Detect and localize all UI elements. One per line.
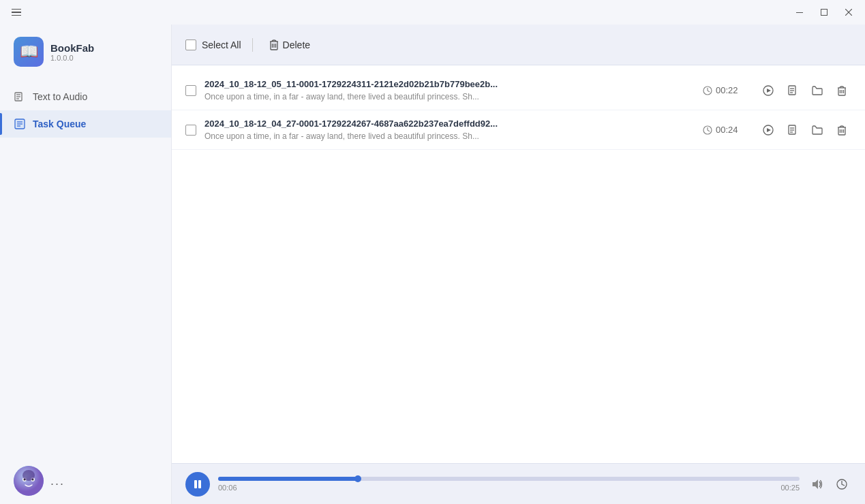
item-1-subtitle: Once upon a time, in a far - away land, …: [204, 92, 695, 101]
clock-icon: [836, 478, 848, 490]
current-time: 00:06: [218, 484, 237, 492]
app-version: 1.0.0.0: [50, 54, 94, 62]
player-controls-right: [808, 475, 851, 494]
item-2-folder-button[interactable]: [808, 121, 827, 140]
window-controls: [789, 3, 860, 22]
progress-fill: [218, 477, 358, 481]
item-1-delete-button[interactable]: [832, 81, 851, 100]
hamburger-icon: [12, 9, 21, 16]
total-time: 00:25: [780, 484, 800, 492]
item-2-subtitle: Once upon a time, in a far - away land, …: [204, 131, 695, 141]
item-1-text-button[interactable]: [783, 81, 802, 100]
svg-rect-41: [194, 480, 197, 488]
svg-marker-33: [767, 128, 771, 132]
svg-point-17: [22, 470, 35, 481]
sidebar: 📖 BookFab 1.0.0.0 Text to Audio: [0, 25, 172, 504]
svg-rect-0: [796, 12, 803, 13]
text-to-audio-icon: [14, 91, 26, 103]
volume-icon: [811, 478, 823, 490]
folder-icon: [812, 85, 823, 96]
close-button[interactable]: [838, 3, 860, 22]
item-1-checkbox[interactable]: [185, 85, 196, 96]
volume-button[interactable]: [808, 475, 827, 494]
main-content: Select All Delete: [172, 25, 865, 504]
app-layout: 📖 BookFab 1.0.0.0 Text to Audio: [0, 25, 865, 504]
play-icon: [763, 125, 774, 136]
progress-container: 00:06 00:25: [218, 477, 800, 492]
select-all-checkbox[interactable]: [185, 40, 196, 50]
item-1-folder-button[interactable]: [808, 81, 827, 100]
toolbar-divider: [252, 38, 253, 52]
player-bar: 00:06 00:25: [172, 463, 865, 504]
logo-text: BookFab 1.0.0.0: [50, 42, 94, 62]
sidebar-item-text-to-audio[interactable]: Text to Audio: [0, 83, 171, 110]
delete-button[interactable]: Delete: [264, 35, 316, 54]
avatar[interactable]: [14, 466, 44, 496]
trash-icon: [269, 40, 279, 50]
avatar-menu-dots[interactable]: ...: [50, 474, 65, 488]
sidebar-item-task-queue[interactable]: Task Queue: [0, 110, 171, 138]
item-2-actions: [759, 121, 851, 140]
svg-rect-1: [821, 10, 828, 16]
item-1-play-button[interactable]: [759, 81, 778, 100]
app-name: BookFab: [50, 42, 94, 54]
item-2-text-button[interactable]: [783, 121, 802, 140]
item-1-info: 2024_10_18-12_05_11-0001-1729224311-2121…: [204, 79, 695, 101]
progress-thumb: [354, 475, 361, 482]
toolbar: Select All Delete: [172, 25, 865, 65]
queue-list: 2024_10_18-12_05_11-0001-1729224311-2121…: [172, 65, 865, 463]
sidebar-logo: 📖 BookFab 1.0.0.0: [0, 25, 171, 78]
pause-button[interactable]: [185, 472, 210, 497]
svg-marker-23: [767, 89, 771, 93]
item-2-info: 2024_10_18-12_04_27-0001-1729224267-4687…: [204, 119, 695, 141]
clock-icon: [703, 86, 712, 95]
clock-icon: [703, 125, 712, 135]
item-1-title: 2024_10_18-12_05_11-0001-1729224311-2121…: [204, 79, 695, 89]
svg-marker-43: [813, 479, 818, 489]
item-2-duration: 00:24: [703, 125, 750, 135]
maximize-button[interactable]: [813, 3, 835, 22]
sidebar-item-label-task-queue: Task Queue: [33, 119, 86, 129]
folder-icon: [812, 125, 823, 136]
table-row[interactable]: 2024_10_18-12_05_11-0001-1729224311-2121…: [172, 71, 865, 110]
select-all-container[interactable]: Select All: [185, 40, 241, 50]
sidebar-avatar: ...: [0, 458, 171, 504]
item-1-duration: 00:22: [703, 85, 750, 95]
title-bar: [0, 0, 865, 25]
trash-icon: [836, 125, 847, 136]
sidebar-item-label-text-to-audio: Text to Audio: [33, 91, 87, 102]
sidebar-nav: Text to Audio Task Queue: [0, 78, 171, 458]
document-icon: [787, 125, 798, 136]
item-1-actions: [759, 81, 851, 100]
play-icon: [763, 85, 774, 96]
table-row[interactable]: 2024_10_18-12_04_27-0001-1729224267-4687…: [172, 110, 865, 150]
minimize-button[interactable]: [789, 3, 810, 22]
item-2-title: 2024_10_18-12_04_27-0001-1729224267-4687…: [204, 119, 695, 129]
item-2-delete-button[interactable]: [832, 121, 851, 140]
app-logo-icon: 📖: [14, 37, 44, 67]
task-queue-icon: [14, 118, 26, 130]
svg-rect-42: [198, 480, 201, 488]
document-icon: [787, 85, 798, 96]
item-2-checkbox[interactable]: [185, 125, 196, 136]
select-all-label: Select All: [202, 40, 241, 50]
history-button[interactable]: [832, 475, 851, 494]
progress-times: 00:06 00:25: [218, 484, 800, 492]
progress-bar[interactable]: [218, 477, 800, 481]
hamburger-button[interactable]: [5, 3, 27, 22]
pause-icon: [193, 479, 202, 489]
trash-icon: [836, 85, 847, 96]
item-2-play-button[interactable]: [759, 121, 778, 140]
delete-label: Delete: [283, 40, 310, 50]
